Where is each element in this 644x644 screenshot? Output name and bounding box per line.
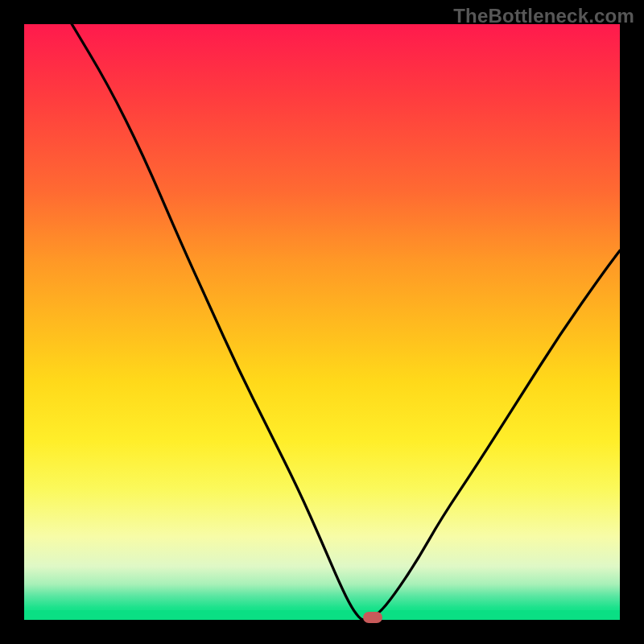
watermark-text: TheBottleneck.com: [453, 5, 634, 27]
curve-svg: [24, 24, 620, 620]
chart-container: TheBottleneck.com: [0, 0, 644, 644]
plot-area: [24, 24, 620, 620]
bottleneck-curve: [72, 24, 620, 620]
optimum-marker: [363, 612, 382, 623]
